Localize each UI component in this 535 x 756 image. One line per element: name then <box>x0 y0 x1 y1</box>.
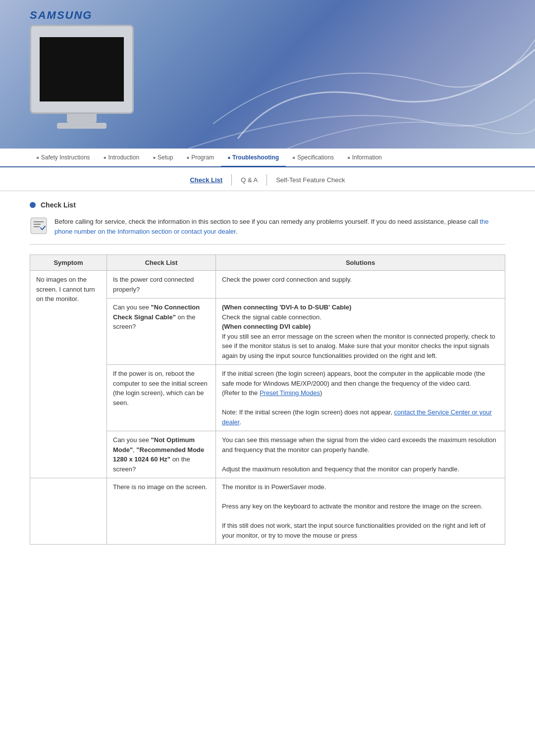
nav-specifications[interactable]: Specifications <box>286 149 341 167</box>
monitor-screen <box>40 37 124 101</box>
checklist-cell-5: There is no image on the screen. <box>107 478 216 545</box>
header-banner: SAMSUNG <box>0 0 535 149</box>
col-header-solutions: Solutions <box>216 255 505 271</box>
solutions-cell-3: If the initial screen (the login screen)… <box>216 365 505 431</box>
blue-dot-icon <box>30 202 36 208</box>
decorative-swirls <box>188 0 535 149</box>
nav-setup[interactable]: Setup <box>146 149 180 167</box>
section-title-row: Check List <box>30 201 505 209</box>
monitor-body <box>30 25 134 114</box>
nav-program[interactable]: Program <box>180 149 221 167</box>
checklist-cell-1: Is the power cord connected properly? <box>107 271 216 299</box>
solutions-cell-1: Check the power cord connection and supp… <box>216 271 505 299</box>
samsung-logo: SAMSUNG <box>30 9 92 22</box>
service-center-link[interactable]: contact the Service Center or your deale… <box>222 408 492 426</box>
table-header-row: Symptom Check List Solutions <box>30 255 505 271</box>
solutions-cell-4: You can see this message when the signal… <box>216 431 505 478</box>
nav-troubleshooting[interactable]: Troubleshooting <box>221 149 286 167</box>
intro-text: Before calling for service, check the in… <box>54 217 505 236</box>
subnav-checklist[interactable]: Check List <box>181 174 232 186</box>
nav-information[interactable]: Information <box>341 149 389 167</box>
col-header-checklist: Check List <box>107 255 216 271</box>
checklist-cell-2: Can you see "No Connection Check Signal … <box>107 299 216 365</box>
preset-timing-link[interactable]: Preset Timing Modes <box>260 389 320 397</box>
nav-introduction[interactable]: Introduction <box>97 149 147 167</box>
main-content: Check List Before calling for service, c… <box>0 191 535 559</box>
monitor-illustration <box>30 25 134 129</box>
symptom-cell-5 <box>30 478 107 545</box>
subnav-selftest[interactable]: Self-Test Feature Check <box>267 174 354 186</box>
monitor-stand <box>67 114 97 123</box>
solutions-cell-5: The monitor is in PowerSaver mode. Press… <box>216 478 505 545</box>
table-row: No images on the screen. I cannot turn o… <box>30 271 505 299</box>
checklist-cell-4: Can you see "Not Optimum Mode", "Recomme… <box>107 431 216 478</box>
monitor-base <box>57 123 107 129</box>
intro-block: Before calling for service, check the in… <box>30 217 505 245</box>
section-title: Check List <box>41 201 76 209</box>
col-header-symptom: Symptom <box>30 255 107 271</box>
person-checklist-icon <box>30 217 48 235</box>
troubleshooting-table: Symptom Check List Solutions No images o… <box>30 254 505 545</box>
nav-safety[interactable]: Safety Instructions <box>30 149 97 167</box>
symptom-cell-1: No images on the screen. I cannot turn o… <box>30 271 107 478</box>
sub-navbar: Check List Q & A Self-Test Feature Check <box>0 167 535 191</box>
svg-rect-0 <box>31 218 47 234</box>
table-row: There is no image on the screen. The mon… <box>30 478 505 545</box>
main-navbar: Safety Instructions Introduction Setup P… <box>0 149 535 167</box>
solutions-cell-2: (When connecting 'DVI-A to D-SUB' Cable)… <box>216 299 505 365</box>
checklist-cell-3: If the power is on, reboot the computer … <box>107 365 216 431</box>
subnav-qa[interactable]: Q & A <box>232 174 267 186</box>
